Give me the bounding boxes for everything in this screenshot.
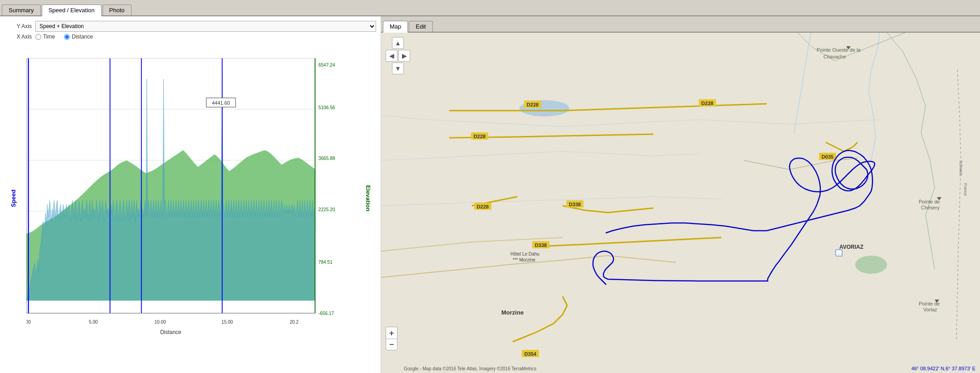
tab-photo[interactable]: Photo [103,5,132,15]
svg-text:D228: D228 [701,101,713,106]
svg-text:D228: D228 [474,134,485,139]
x-axis-radio-group: Time Distance [35,34,93,40]
nav-up-button[interactable]: ▲ [392,37,404,49]
svg-text:AVORIAZ: AVORIAZ [839,244,863,250]
svg-text:D354: D354 [524,351,537,357]
right-axis-title: Elevation [365,185,372,212]
map-container[interactable]: D228 D228 D228 D338 D338 D354 D035 Morzi… [381,33,980,373]
svg-text:D338: D338 [569,202,581,207]
radio-distance-label[interactable]: Distance [64,34,93,40]
svg-text:i: i [838,252,839,256]
main-tabs-bar: Summary Speed / Elevation Photo [0,0,980,16]
x-axis-label: X Axis [5,34,32,40]
y-axis-row: Y Axis Speed + Elevation Speed Elevation [5,21,376,32]
map-navigation: ▲ ◀ ▶ ▼ [386,37,410,74]
svg-text:10.00: 10.00 [154,320,166,325]
svg-text:Vorlaz: Vorlaz [923,307,937,312]
svg-text:France: France [963,183,968,196]
nav-horizontal-row: ◀ ▶ [386,50,410,62]
svg-text:2225.20: 2225.20 [318,207,335,212]
y-axis-select[interactable]: Speed + Elevation Speed Elevation [35,21,376,32]
svg-text:Morzine: Morzine [501,309,524,316]
right-panel: Map Edit [381,16,980,373]
svg-text:5106.56: 5106.56 [318,105,335,110]
svg-text:D338: D338 [535,242,547,248]
tab-speed-elevation[interactable]: Speed / Elevation [42,5,102,16]
chart-container[interactable]: Speed Elevation [26,46,344,368]
svg-text:Hôtel Le Dahu: Hôtel Le Dahu [510,252,539,257]
nav-left-button[interactable]: ◀ [386,50,397,62]
radio-time-text: Time [43,34,55,40]
tab-edit[interactable]: Edit [409,21,432,32]
svg-text:Pointe Oueste de la: Pointe Oueste de la [817,47,861,53]
radio-distance[interactable] [64,34,70,40]
main-content: Y Axis Speed + Elevation Speed Elevation… [0,16,980,373]
tab-summary[interactable]: Summary [2,5,41,15]
tab-map[interactable]: Map [383,21,408,33]
radio-distance-text: Distance [72,34,93,40]
left-panel: Y Axis Speed + Elevation Speed Elevation… [0,16,381,373]
svg-text:20.2: 20.2 [289,320,299,325]
map-coordinates: 46° 08.9422′ N,6° 37.8973′ E [911,366,975,371]
left-axis-title: Speed [10,189,17,207]
svg-text:Schweiz: Schweiz [959,160,963,176]
radio-time-label[interactable]: Time [35,34,55,40]
svg-text:0.00: 0.00 [26,320,31,325]
y-axis-label: Y Axis [5,23,32,29]
svg-text:6547.24: 6547.24 [318,63,335,68]
svg-text:D228: D228 [477,204,489,209]
svg-point-34 [855,256,887,274]
svg-text:Chavache: Chavache [823,54,846,59]
chart-svg[interactable]: 4441.60 0.00 10.00 20.00 30.00 -656.17 7… [26,46,344,354]
svg-text:5.00: 5.00 [89,320,98,325]
zoom-out-button[interactable]: − [386,339,397,350]
svg-text:784.51: 784.51 [318,260,333,265]
zoom-in-button[interactable]: + [386,327,397,339]
nav-down-button[interactable]: ▼ [392,63,404,74]
svg-text:D035: D035 [822,154,833,160]
svg-text:3665.88: 3665.88 [318,156,335,161]
svg-text:Distance: Distance [160,329,181,335]
map-zoom-controls: + − [386,327,397,350]
radio-time[interactable] [35,34,41,40]
svg-text:4441.60: 4441.60 [212,100,230,106]
map-svg: D228 D228 D228 D338 D338 D354 D035 Morzi… [381,33,980,373]
svg-text:-656.17: -656.17 [318,311,334,316]
svg-text:Chésery: Chésery [921,205,940,210]
map-attribution: Google - Map data ©2016 Tele Atlas, Imag… [404,366,536,371]
svg-text:D228: D228 [527,102,539,107]
svg-text:*** Morzine: *** Morzine [513,257,535,262]
nav-right-button[interactable]: ▶ [398,50,410,62]
x-axis-row: X Axis Time Distance [5,34,376,40]
svg-text:Pointe de: Pointe de [919,199,940,204]
svg-text:15.00: 15.00 [221,320,233,325]
map-tabs-bar: Map Edit [381,16,980,33]
